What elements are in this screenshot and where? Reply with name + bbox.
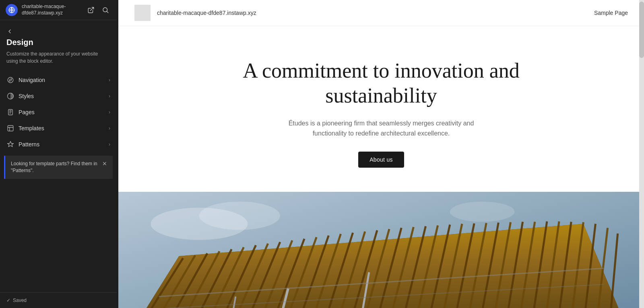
svg-point-7 bbox=[199, 201, 280, 230]
chevron-right-icon: › bbox=[109, 77, 110, 83]
back-button[interactable] bbox=[6, 28, 110, 35]
scrollbar-thumb[interactable] bbox=[639, 2, 644, 58]
saved-label: Saved bbox=[13, 298, 27, 303]
svg-point-2 bbox=[8, 77, 13, 83]
resize-handle[interactable] bbox=[117, 0, 118, 308]
sidebar: charitable-macaque- dfde87.instawp.xyz D… bbox=[0, 0, 117, 308]
notification-text: Looking for template parts? Find them in… bbox=[11, 160, 99, 174]
top-bar-icons bbox=[85, 4, 111, 16]
site-logo bbox=[134, 5, 151, 21]
templates-label: Templates bbox=[19, 125, 105, 131]
template-parts-notification: Looking for template parts? Find them in… bbox=[4, 156, 113, 179]
site-header: charitable-macaque-dfde87.instawp.xyz Sa… bbox=[118, 0, 644, 26]
navigation-label: Navigation bbox=[19, 77, 105, 83]
patterns-icon bbox=[6, 140, 14, 148]
svg-rect-4 bbox=[8, 125, 13, 131]
svg-point-1 bbox=[103, 8, 107, 12]
styles-icon bbox=[6, 92, 14, 100]
wp-logo[interactable] bbox=[6, 4, 18, 16]
compass-icon bbox=[6, 76, 14, 84]
website-preview: charitable-macaque-dfde87.instawp.xyz Sa… bbox=[118, 0, 644, 308]
patterns-label: Patterns bbox=[19, 141, 105, 148]
about-us-button[interactable]: About us bbox=[358, 152, 404, 168]
chevron-right-icon: › bbox=[109, 109, 110, 115]
sidebar-nav: Navigation › Styles › Pages › bbox=[0, 69, 117, 292]
external-link-icon[interactable] bbox=[85, 4, 97, 16]
sidebar-top-bar: charitable-macaque- dfde87.instawp.xyz bbox=[0, 0, 117, 20]
main-content[interactable]: charitable-macaque-dfde87.instawp.xyz Sa… bbox=[118, 0, 644, 308]
notification-close-button[interactable]: ✕ bbox=[102, 160, 107, 167]
svg-rect-3 bbox=[8, 109, 13, 115]
sidebar-item-templates[interactable]: Templates › bbox=[0, 120, 117, 136]
sidebar-item-navigation[interactable]: Navigation › bbox=[0, 72, 117, 88]
sample-page-link[interactable]: Sample Page bbox=[594, 10, 628, 16]
design-title: Design bbox=[6, 38, 110, 47]
sidebar-item-patterns[interactable]: Patterns › bbox=[0, 136, 117, 152]
pages-label: Pages bbox=[19, 109, 105, 115]
templates-icon bbox=[6, 124, 14, 132]
search-icon[interactable] bbox=[100, 4, 111, 16]
scrollbar-track[interactable] bbox=[639, 0, 644, 308]
sidebar-item-pages[interactable]: Pages › bbox=[0, 104, 117, 120]
chevron-right-icon: › bbox=[109, 93, 110, 99]
svg-point-8 bbox=[450, 201, 515, 222]
sidebar-footer: ✓ Saved bbox=[0, 292, 117, 308]
sidebar-site-name: charitable-macaque- dfde87.instawp.xyz bbox=[22, 4, 81, 16]
design-desc: Customize the appearance of your website… bbox=[6, 50, 110, 65]
building-image bbox=[118, 192, 644, 308]
design-header: Design Customize the appearance of your … bbox=[0, 20, 117, 69]
chevron-right-icon: › bbox=[109, 125, 110, 131]
checkmark-icon: ✓ bbox=[6, 298, 10, 303]
styles-label: Styles bbox=[19, 93, 105, 99]
pages-icon bbox=[6, 108, 14, 116]
sidebar-item-styles[interactable]: Styles › bbox=[0, 88, 117, 104]
site-url: charitable-macaque-dfde87.instawp.xyz bbox=[157, 10, 594, 16]
chevron-right-icon: › bbox=[109, 142, 110, 147]
hero-section: A commitment to innovation and sustainab… bbox=[118, 26, 644, 192]
hero-title: A commitment to innovation and sustainab… bbox=[240, 58, 522, 109]
hero-subtitle: Études is a pioneering firm that seamles… bbox=[281, 118, 482, 139]
